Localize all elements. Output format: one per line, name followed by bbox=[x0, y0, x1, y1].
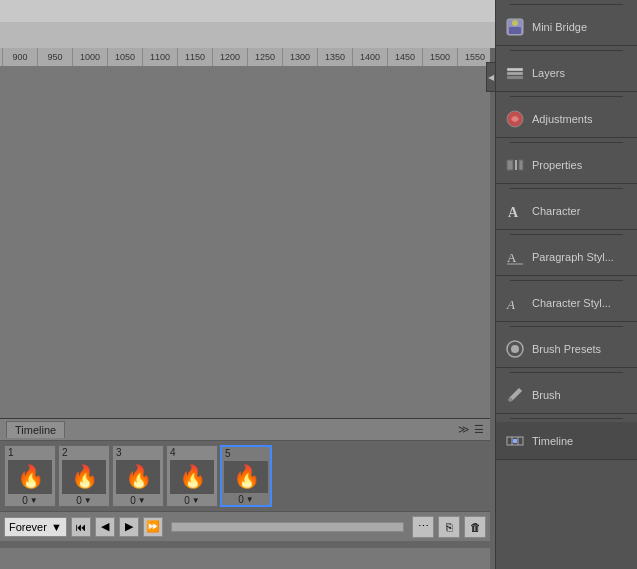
timeline-tab[interactable]: Timeline bbox=[6, 421, 65, 438]
frame-number: 2 bbox=[59, 446, 109, 459]
delay-value: 0 bbox=[238, 494, 244, 505]
timeline-duplicate-button[interactable]: ⎘ bbox=[438, 516, 460, 538]
svg-text:A: A bbox=[506, 297, 515, 312]
frame-item[interactable]: 4🔥0▼ bbox=[166, 445, 218, 507]
next-frame-button[interactable]: ⏩ bbox=[143, 517, 163, 537]
timeline-scrollbar[interactable] bbox=[171, 522, 404, 532]
frame-thumbnail: 🔥 bbox=[224, 461, 268, 493]
panel-item-paragraph-styles[interactable]: AParagraph Styl... bbox=[496, 238, 637, 276]
loop-label: Forever bbox=[9, 521, 47, 533]
panel-collapse-button[interactable]: ◀ bbox=[486, 62, 496, 92]
panel-item-timeline[interactable]: Timeline bbox=[496, 422, 637, 460]
play-button[interactable]: ▶ bbox=[119, 517, 139, 537]
frame-item[interactable]: 2🔥0▼ bbox=[58, 445, 110, 507]
delay-arrow-icon: ▼ bbox=[84, 496, 92, 505]
loop-arrow-icon: ▼ bbox=[51, 521, 62, 533]
timeline-options-icon[interactable]: ≫ bbox=[458, 423, 470, 436]
frame-number: 4 bbox=[167, 446, 217, 459]
panel-label-layers: Layers bbox=[532, 67, 565, 79]
right-panel: ◀ Mini BridgeLayersAdjustmentsProperties… bbox=[495, 0, 637, 569]
svg-point-2 bbox=[512, 20, 518, 26]
delay-arrow-icon: ▼ bbox=[192, 496, 200, 505]
panel-separator bbox=[496, 0, 637, 8]
svg-text:A: A bbox=[508, 205, 519, 220]
svg-rect-4 bbox=[507, 72, 523, 75]
panel-item-brush[interactable]: Brush bbox=[496, 376, 637, 414]
panel-item-adjustments[interactable]: Adjustments bbox=[496, 100, 637, 138]
prev-frame-button[interactable]: ◀ bbox=[95, 517, 115, 537]
delay-value: 0 bbox=[130, 495, 136, 506]
panel-item-layers[interactable]: Layers bbox=[496, 54, 637, 92]
frame-thumbnail: 🔥 bbox=[8, 460, 52, 494]
svg-rect-20 bbox=[513, 439, 517, 443]
ruler-mark: 1400 bbox=[352, 48, 387, 66]
ruler: 9009501000105011001150120012501300135014… bbox=[0, 48, 490, 66]
frame-strip: 1🔥0▼2🔥0▼3🔥0▼4🔥0▼5🔥0▼ bbox=[0, 441, 490, 511]
panel-separator bbox=[496, 276, 637, 284]
panel-separator bbox=[496, 92, 637, 100]
svg-point-16 bbox=[509, 397, 513, 401]
frame-number: 3 bbox=[113, 446, 163, 459]
svg-rect-3 bbox=[507, 76, 523, 79]
svg-point-15 bbox=[511, 345, 519, 353]
flame-icon: 🔥 bbox=[17, 464, 44, 490]
timeline-frames-row: 1🔥0▼2🔥0▼3🔥0▼4🔥0▼5🔥0▼ bbox=[0, 441, 490, 511]
frame-number: 1 bbox=[5, 446, 55, 459]
panel-separator bbox=[496, 46, 637, 54]
delay-value: 0 bbox=[184, 495, 190, 506]
brush-presets-icon bbox=[504, 338, 526, 360]
frame-delay: 0▼ bbox=[76, 495, 91, 506]
ruler-mark: 1200 bbox=[212, 48, 247, 66]
panel-item-mini-bridge[interactable]: Mini Bridge bbox=[496, 8, 637, 46]
ruler-mark: 900 bbox=[2, 48, 37, 66]
ruler-mark: 1300 bbox=[282, 48, 317, 66]
frame-item[interactable]: 1🔥0▼ bbox=[4, 445, 56, 507]
ruler-mark: 1100 bbox=[142, 48, 177, 66]
ruler-mark: 1000 bbox=[72, 48, 107, 66]
brush-icon bbox=[504, 384, 526, 406]
panel-item-character[interactable]: ACharacter bbox=[496, 192, 637, 230]
mini-bridge-icon bbox=[504, 16, 526, 38]
panel-item-brush-presets[interactable]: Brush Presets bbox=[496, 330, 637, 368]
timeline-delete-button[interactable]: 🗑 bbox=[464, 516, 486, 538]
panel-separator bbox=[496, 414, 637, 422]
frame-item[interactable]: 3🔥0▼ bbox=[112, 445, 164, 507]
panel-label-paragraph-styles: Paragraph Styl... bbox=[532, 251, 614, 263]
panel-separator bbox=[496, 368, 637, 376]
frame-number: 5 bbox=[222, 447, 270, 460]
properties-icon bbox=[504, 154, 526, 176]
timeline-header: Timeline ≫ ☰ bbox=[0, 419, 490, 441]
panel-label-timeline: Timeline bbox=[532, 435, 573, 447]
panel-label-adjustments: Adjustments bbox=[532, 113, 593, 125]
timeline-bottom-bar: Forever ▼ ⏮ ◀ ▶ ⏩ ⋯ ⎘ 🗑 bbox=[0, 511, 490, 541]
first-frame-button[interactable]: ⏮ bbox=[71, 517, 91, 537]
canvas-area bbox=[0, 66, 490, 424]
ruler-mark: 950 bbox=[37, 48, 72, 66]
delay-arrow-icon: ▼ bbox=[138, 496, 146, 505]
panel-separator bbox=[496, 230, 637, 238]
ruler-marks: 9009501000105011001150120012501300135014… bbox=[2, 48, 490, 66]
ruler-mark: 1350 bbox=[317, 48, 352, 66]
panel-item-properties[interactable]: Properties bbox=[496, 146, 637, 184]
frame-item[interactable]: 5🔥0▼ bbox=[220, 445, 272, 507]
panel-separator bbox=[496, 322, 637, 330]
panel-label-brush: Brush bbox=[532, 389, 561, 401]
paragraph-styles-icon: A bbox=[504, 246, 526, 268]
ruler-mark: 1150 bbox=[177, 48, 212, 66]
loop-dropdown[interactable]: Forever ▼ bbox=[4, 517, 67, 537]
panel-label-character-styles: Character Styl... bbox=[532, 297, 611, 309]
frame-thumbnail: 🔥 bbox=[62, 460, 106, 494]
adjustments-icon bbox=[504, 108, 526, 130]
frame-delay: 0▼ bbox=[238, 494, 253, 505]
panel-item-character-styles[interactable]: ACharacter Styl... bbox=[496, 284, 637, 322]
timeline-lasso-button[interactable]: ⋯ bbox=[412, 516, 434, 538]
svg-rect-5 bbox=[507, 68, 523, 71]
frame-delay: 0▼ bbox=[184, 495, 199, 506]
frame-delay: 0▼ bbox=[22, 495, 37, 506]
timeline-icon bbox=[504, 430, 526, 452]
panel-label-character: Character bbox=[532, 205, 580, 217]
ruler-mark: 1500 bbox=[422, 48, 457, 66]
svg-rect-8 bbox=[515, 160, 517, 170]
timeline-menu-icon[interactable]: ☰ bbox=[474, 423, 484, 436]
svg-rect-7 bbox=[507, 160, 513, 170]
